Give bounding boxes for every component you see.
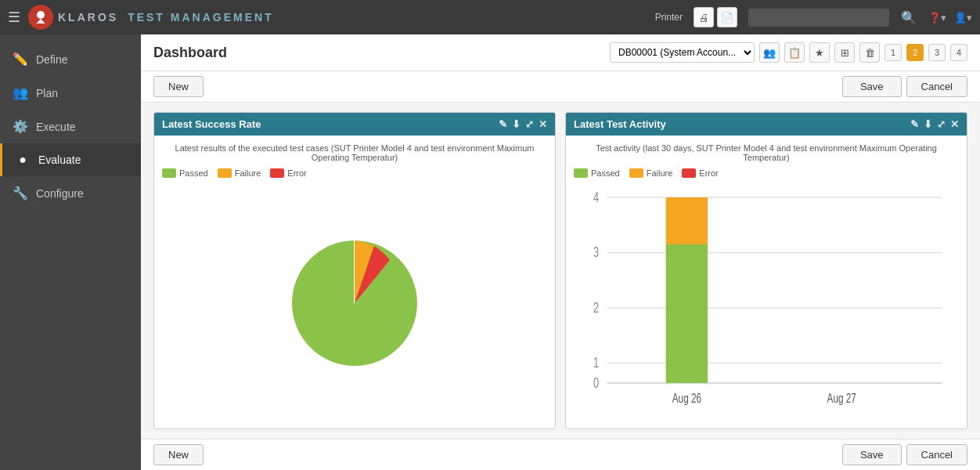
sidebar-item-label: Define [36,53,67,66]
sidebar-item-configure[interactable]: 🔧 Configure [0,176,141,210]
execute-icon: ⚙️ [13,119,28,134]
printer-icon-1[interactable]: 🖨 [694,7,714,27]
legend-passed: Passed [162,168,208,178]
configure-icon: 🔧 [13,186,28,201]
users-icon-btn[interactable]: 👥 [759,42,780,63]
page-btn-1[interactable]: 1 [885,44,902,61]
evaluate-icon: ● [15,153,31,167]
success-rate-body: Latest results of the executed test case… [154,136,555,428]
toolbar-right: Save Cancel [842,76,967,97]
hamburger-icon[interactable]: ☰ [8,9,20,26]
edit-icon[interactable]: ✎ [910,118,919,130]
cancel-button-top[interactable]: Cancel [906,76,967,97]
cancel-button-bottom[interactable]: Cancel [906,444,967,465]
test-activity-subtitle: Test activity (last 30 days, SUT Printer… [574,143,959,162]
legend-failure: Failure [629,168,673,178]
legend-error-color [270,168,284,178]
svg-text:0: 0 [593,375,599,391]
new-button-bottom[interactable]: New [153,444,204,465]
printer-label: Printer [655,12,683,23]
test-activity-title: Latest Test Activity [574,118,666,130]
close-icon[interactable]: ✕ [950,118,959,130]
plan-icon: 👥 [13,85,28,100]
svg-text:3: 3 [593,244,599,260]
page-btn-3[interactable]: 3 [928,44,946,61]
success-rate-title: Latest Success Rate [162,118,261,130]
header-right: DB00001 (System Accoun... 👥 📋 ★ ⊞ 🗑 1 2 … [610,42,967,63]
logo-text: KLAROS [58,11,118,24]
save-button-bottom[interactable]: Save [842,444,902,465]
define-icon: ✏️ [13,52,28,67]
download-icon[interactable]: ⬇ [924,118,932,130]
sidebar-item-label: Plan [36,87,58,99]
copy-icon-btn[interactable]: 📋 [784,42,805,63]
edit-icon[interactable]: ✎ [499,118,507,130]
bar-chart-container: 0 1 2 3 4 Aug 26 [574,186,959,421]
logo-container: KLAROS TEST MANAGEMENT [28,5,274,30]
svg-text:Aug 27: Aug 27 [827,392,856,406]
layout-icon-btn[interactable]: ⊞ [834,42,855,63]
panel-header-icons: ✎ ⬇ ⤢ ✕ [499,118,547,130]
success-rate-panel: Latest Success Rate ✎ ⬇ ⤢ ✕ Latest resul… [153,112,556,429]
app-layout: ✏️ Define 👥 Plan ⚙️ Execute ● Evaluate 🔧… [0,34,980,470]
test-activity-panel: Latest Test Activity ✎ ⬇ ⤢ ✕ Test activi… [565,112,967,429]
legend-error-color [682,168,696,178]
save-button-top[interactable]: Save [842,76,902,97]
legend-passed-color [574,168,588,178]
svg-point-0 [37,11,45,19]
page-title: Dashboard [153,45,227,61]
test-activity-header-icons: ✎ ⬇ ⤢ ✕ [910,118,959,130]
success-rate-legend: Passed Failure Error [162,168,547,178]
pie-chart [280,229,429,378]
sidebar: ✏️ Define 👥 Plan ⚙️ Execute ● Evaluate 🔧… [0,34,141,470]
legend-failure-label: Failure [235,168,261,178]
legend-passed: Passed [574,168,620,178]
svg-text:4: 4 [593,190,599,205]
svg-text:1: 1 [593,355,599,371]
expand-icon[interactable]: ⤢ [525,118,534,130]
svg-text:2: 2 [593,300,599,316]
dashboard-header: Dashboard DB00001 (System Accoun... 👥 📋 … [141,34,980,71]
top-nav: ☰ KLAROS TEST MANAGEMENT Printer 🖨 📄 🔍 ❓… [0,0,980,34]
printer-icon-2[interactable]: 📄 [717,7,737,27]
main-content: Dashboard DB00001 (System Accoun... 👥 📋 … [141,34,980,470]
sidebar-item-plan[interactable]: 👥 Plan [0,76,141,110]
search-icon[interactable]: 🔍 [897,9,921,27]
printer-icons: 🖨 📄 [694,7,737,27]
legend-error: Error [682,168,718,178]
delete-icon-btn[interactable]: 🗑 [859,42,880,63]
legend-passed-label: Passed [179,168,208,178]
page-btn-4[interactable]: 4 [950,44,967,61]
close-icon[interactable]: ✕ [539,118,547,130]
success-rate-subtitle: Latest results of the executed test case… [162,143,547,162]
legend-failure-color [629,168,643,178]
test-activity-legend: Passed Failure Error [574,168,959,178]
legend-failure-label: Failure [647,168,673,178]
top-toolbar: New Save Cancel [141,71,980,103]
user-button[interactable]: 👤▾ [954,12,972,24]
expand-icon[interactable]: ⤢ [937,118,946,130]
star-icon-btn[interactable]: ★ [809,42,830,63]
sidebar-item-define[interactable]: ✏️ Define [0,42,141,76]
download-icon[interactable]: ⬇ [512,118,521,130]
sidebar-item-evaluate[interactable]: ● Evaluate [0,143,141,176]
legend-passed-color [162,168,176,178]
legend-error: Error [270,168,306,178]
bar-aug26-failure [666,197,708,244]
bar-aug26-passed [666,244,708,383]
success-rate-panel-header: Latest Success Rate ✎ ⬇ ⤢ ✕ [154,113,555,136]
logo-sub-text: TEST MANAGEMENT [128,11,274,24]
legend-error-label: Error [287,168,306,178]
new-button-top[interactable]: New [153,76,204,97]
panels-area: Latest Success Rate ✎ ⬇ ⤢ ✕ Latest resul… [141,103,980,439]
sidebar-item-execute[interactable]: ⚙️ Execute [0,110,141,143]
dashboard-dropdown[interactable]: DB00001 (System Accoun... [610,42,755,63]
bottom-toolbar-right: Save Cancel [842,444,967,465]
help-button[interactable]: ❓▾ [928,12,946,24]
legend-passed-label: Passed [591,168,620,178]
page-btn-2[interactable]: 2 [906,44,924,61]
sidebar-item-label: Execute [36,121,76,133]
legend-failure: Failure [218,168,261,178]
global-search-input[interactable] [748,9,889,27]
bottom-toolbar: New Save Cancel [141,439,980,470]
